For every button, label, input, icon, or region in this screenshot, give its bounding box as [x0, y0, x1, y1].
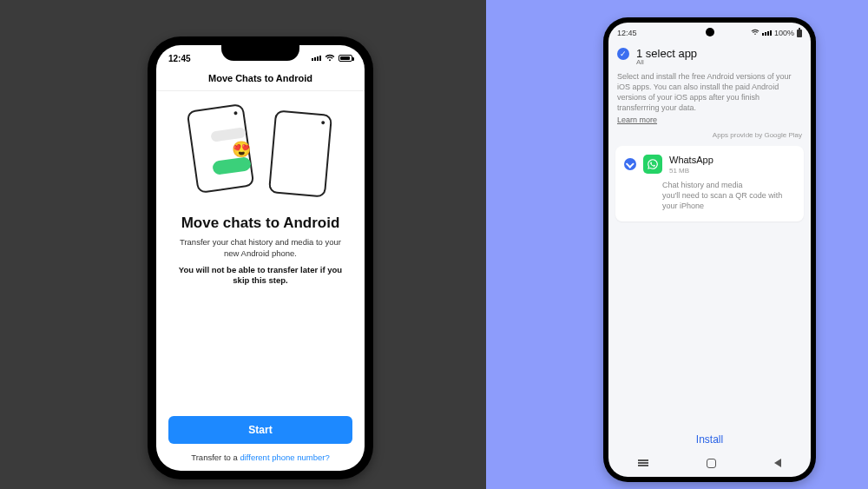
signal-icon	[312, 56, 321, 61]
android-nav-bar	[608, 453, 811, 477]
provider-label: Apps provide by Google Play	[608, 129, 811, 142]
battery-icon	[339, 55, 352, 62]
install-button[interactable]: Install	[608, 425, 811, 453]
transfer-illustration: 😍	[156, 91, 365, 209]
alt-transfer-link[interactable]: Transfer to a different phone number?	[156, 449, 365, 471]
alt-link-prefix: Transfer to a	[191, 453, 240, 462]
wifi-icon	[751, 29, 760, 37]
step-description: Select and install rhe free Android vers…	[608, 66, 811, 116]
all-label: All	[608, 58, 811, 66]
learn-more-link[interactable]: Learn more	[608, 116, 811, 129]
signal-icon	[762, 30, 772, 36]
headline: Move chats to Android	[156, 209, 365, 235]
app-size: 51 MB	[669, 167, 713, 175]
app-selected-icon[interactable]	[624, 158, 636, 170]
whatsapp-icon	[643, 155, 662, 174]
iphone-notch	[221, 45, 299, 61]
battery-percent: 100%	[774, 29, 794, 37]
android-time: 12:45	[617, 29, 637, 37]
wifi-icon	[325, 54, 335, 63]
iphone-mockup: 12:45 Move Chats to Android	[148, 36, 373, 479]
android-mockup: 12:45 100% ✓ 1 select app All Sele	[603, 17, 816, 482]
iphone-screen: 12:45 Move Chats to Android	[156, 45, 365, 471]
nav-back-icon[interactable]	[774, 459, 781, 467]
start-button[interactable]: Start	[168, 416, 352, 444]
app-name: WhatsApp	[669, 155, 713, 165]
ios-time: 12:45	[168, 54, 191, 63]
nav-recents-icon[interactable]	[638, 462, 648, 464]
ios-nav-title: Move Chats to Android	[156, 68, 365, 91]
android-screen: 12:45 100% ✓ 1 select app All Sele	[608, 23, 811, 477]
emoji-icon: 😍	[232, 140, 251, 159]
app-card-whatsapp[interactable]: WhatsApp 51 MB Chat history and media yo…	[615, 146, 804, 221]
app-desc-line1: Chat history and media	[662, 180, 795, 190]
nav-home-icon[interactable]	[707, 459, 716, 468]
warning-text: You will not be able to transfer later i…	[156, 261, 365, 291]
left-panel: 12:45 Move Chats to Android	[0, 0, 486, 489]
android-camera-hole	[706, 28, 714, 36]
alt-link-text[interactable]: different phone number?	[240, 453, 329, 462]
subtext: Transfer your chat history and media to …	[156, 235, 365, 261]
right-panel: 12:45 100% ✓ 1 select app All Sele	[486, 0, 868, 489]
app-desc-line2: you'll need to scan a QR code with your …	[662, 190, 795, 211]
battery-icon	[797, 30, 802, 37]
